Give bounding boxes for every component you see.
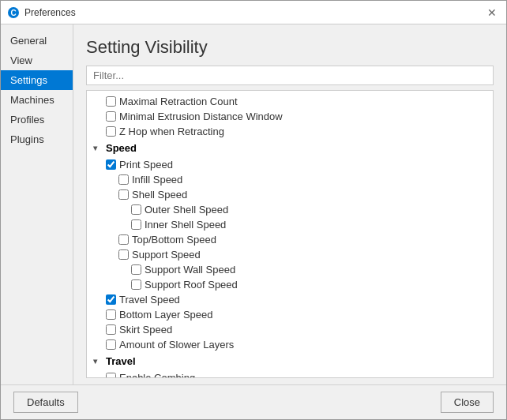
section-label: Speed	[106, 142, 137, 154]
checkbox-10[interactable]	[118, 249, 129, 260]
item-label: Enable Combing	[119, 372, 195, 378]
checkbox-1[interactable]	[106, 111, 116, 122]
item-label: Skirt Speed	[119, 324, 172, 336]
close-button[interactable]: Close	[441, 392, 494, 413]
defaults-button[interactable]: Defaults	[13, 392, 78, 413]
app-icon: C	[7, 6, 20, 19]
sidebar-item-machines[interactable]: Machines	[1, 90, 73, 110]
preferences-window: C Preferences ✕ GeneralViewSettingsMachi…	[0, 0, 507, 420]
item-label: Shell Speed	[132, 189, 187, 201]
sidebar-nav: GeneralViewSettingsMachinesProfilesPlugi…	[1, 31, 73, 149]
checkbox-7[interactable]	[131, 204, 141, 215]
item-label: Amount of Slower Layers	[119, 339, 234, 351]
section-header-travel[interactable]: ▾Travel	[87, 352, 493, 370]
item-label: Print Speed	[119, 159, 173, 171]
setting-item-18[interactable]: Enable Combing	[87, 370, 493, 378]
item-label: Outer Shell Speed	[145, 204, 228, 216]
close-window-button[interactable]: ✕	[484, 5, 500, 21]
setting-item-13[interactable]: Travel Speed	[87, 292, 493, 307]
item-label: Travel Speed	[119, 294, 180, 306]
svg-text:C: C	[10, 9, 16, 17]
footer: Defaults Close	[1, 384, 506, 419]
checkbox-16[interactable]	[106, 339, 116, 350]
setting-item-7[interactable]: Outer Shell Speed	[87, 202, 493, 217]
setting-item-12[interactable]: Support Roof Speed	[87, 277, 493, 292]
item-label: Support Roof Speed	[145, 279, 238, 291]
setting-item-9[interactable]: Top/Bottom Speed	[87, 232, 493, 247]
item-label: Maximal Retraction Count	[119, 96, 238, 107]
checkbox-18[interactable]	[106, 373, 116, 378]
sidebar-item-general[interactable]: General	[1, 31, 73, 51]
setting-item-4[interactable]: Print Speed	[87, 157, 493, 172]
checkbox-12[interactable]	[131, 279, 141, 290]
checkbox-0[interactable]	[106, 96, 116, 107]
checkbox-6[interactable]	[118, 189, 129, 200]
sidebar-item-settings[interactable]: Settings	[1, 70, 73, 90]
setting-item-10[interactable]: Support Speed	[87, 247, 493, 262]
setting-item-2[interactable]: Z Hop when Retracting	[87, 124, 493, 139]
section-header-speed[interactable]: ▾Speed	[87, 139, 493, 157]
item-label: Top/Bottom Speed	[132, 234, 216, 246]
chevron-down-icon: ▾	[93, 144, 103, 152]
item-label: Minimal Extrusion Distance Window	[119, 111, 283, 122]
checkbox-15[interactable]	[106, 324, 116, 335]
checkbox-14[interactable]	[106, 309, 116, 320]
checkbox-11[interactable]	[131, 264, 141, 275]
setting-item-0[interactable]: Maximal Retraction Count	[87, 94, 493, 109]
setting-item-14[interactable]: Bottom Layer Speed	[87, 307, 493, 322]
sidebar-item-view[interactable]: View	[1, 51, 73, 70]
main-panel: Setting Visibility Maximal Retraction Co…	[73, 24, 506, 384]
item-label: Inner Shell Speed	[145, 219, 226, 231]
filter-input[interactable]	[86, 66, 494, 85]
titlebar-left: C Preferences	[7, 6, 76, 19]
item-label: Infill Speed	[132, 174, 182, 186]
sidebar-item-plugins[interactable]: Plugins	[1, 129, 73, 149]
checkbox-4[interactable]	[106, 159, 116, 170]
setting-item-15[interactable]: Skirt Speed	[87, 322, 493, 337]
item-label: Support Wall Speed	[145, 264, 235, 276]
checkbox-13[interactable]	[106, 294, 116, 305]
sidebar: GeneralViewSettingsMachinesProfilesPlugi…	[1, 24, 73, 384]
checkbox-2[interactable]	[106, 126, 116, 137]
section-label: Travel	[106, 355, 136, 367]
setting-item-6[interactable]: Shell Speed	[87, 187, 493, 202]
page-title: Setting Visibility	[86, 37, 494, 58]
item-label: Z Hop when Retracting	[119, 126, 224, 137]
chevron-down-icon: ▾	[93, 357, 103, 366]
sidebar-item-profiles[interactable]: Profiles	[1, 110, 73, 129]
checkbox-8[interactable]	[131, 219, 141, 230]
checkbox-5[interactable]	[118, 174, 129, 185]
setting-item-11[interactable]: Support Wall Speed	[87, 262, 493, 277]
settings-list[interactable]: Maximal Retraction CountMinimal Extrusio…	[86, 90, 494, 378]
item-label: Support Speed	[132, 249, 201, 261]
setting-item-16[interactable]: Amount of Slower Layers	[87, 337, 493, 352]
titlebar: C Preferences ✕	[1, 1, 506, 24]
window-title: Preferences	[24, 7, 76, 18]
checkbox-9[interactable]	[118, 234, 129, 245]
setting-item-5[interactable]: Infill Speed	[87, 172, 493, 187]
setting-item-8[interactable]: Inner Shell Speed	[87, 217, 493, 232]
content-area: GeneralViewSettingsMachinesProfilesPlugi…	[1, 24, 506, 384]
item-label: Bottom Layer Speed	[119, 309, 213, 321]
setting-item-1[interactable]: Minimal Extrusion Distance Window	[87, 109, 493, 124]
